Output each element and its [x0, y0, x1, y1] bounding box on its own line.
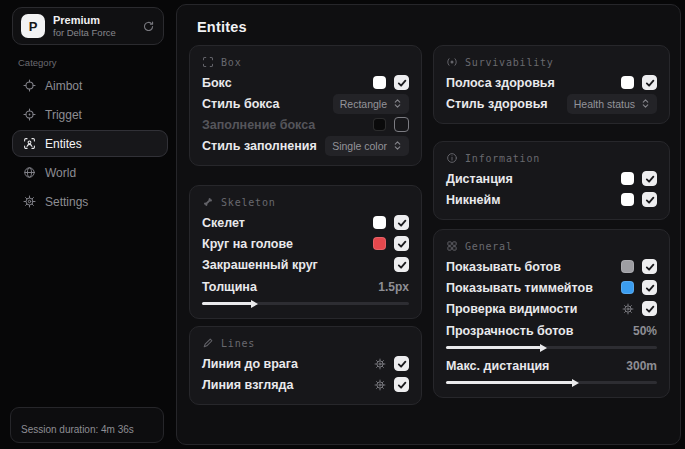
card-header: Information: [446, 152, 657, 164]
app-window: P Premium for Delta Force Category A: [0, 0, 685, 449]
card-box: Box Бокс Стиль бокса Rectangle: [189, 45, 422, 166]
color-swatch[interactable]: [621, 260, 634, 273]
setting-label: Заполнение бокса: [202, 118, 315, 132]
sidebar-item-label: Aimbot: [45, 79, 82, 93]
pencil-line-icon: [202, 337, 214, 349]
setting-label: Линия до врага: [202, 357, 298, 371]
setting-label: Показывать ботов: [446, 260, 561, 274]
card-header-label: Survivability: [465, 57, 554, 68]
checkbox[interactable]: [642, 171, 657, 186]
color-swatch[interactable]: [621, 281, 634, 294]
main-panel: Entites Box Бокс: [176, 4, 681, 445]
card-header: Skeleton: [202, 196, 409, 208]
sidebar-item-aimbot[interactable]: Aimbot: [12, 72, 168, 99]
max-distance-slider[interactable]: [446, 381, 657, 384]
sidebar-item-label: Trigget: [45, 108, 82, 122]
refresh-icon[interactable]: [142, 20, 155, 33]
card-lines: Lines Линия до врага Лини: [189, 326, 422, 405]
color-swatch[interactable]: [373, 237, 386, 250]
card-header: Box: [202, 56, 409, 68]
color-swatch[interactable]: [373, 118, 386, 131]
slider-value: 300m: [626, 359, 657, 373]
setting-row: Заполнение бокса: [202, 114, 409, 135]
brand-title: Premium: [53, 14, 116, 27]
card-header-label: Skeleton: [221, 197, 276, 208]
checkbox[interactable]: [394, 377, 409, 392]
setting-label: Прозрачность ботов: [446, 324, 573, 338]
setting-label: Стиль здоровья: [446, 97, 548, 111]
slider-value: 50%: [633, 324, 657, 338]
color-swatch[interactable]: [373, 76, 386, 89]
chevron-selector-icon: [393, 98, 402, 109]
checkbox[interactable]: [394, 215, 409, 230]
slider-thumb[interactable]: [540, 344, 547, 352]
card-header: Survivability: [446, 56, 657, 68]
fill-style-dropdown[interactable]: Single color: [325, 136, 409, 156]
thickness-slider[interactable]: [202, 302, 409, 305]
color-swatch[interactable]: [621, 193, 634, 206]
session-duration-text: Session duration: 4m 36s: [21, 424, 134, 435]
card-general: General Показывать ботов Показывать тимм…: [433, 229, 670, 398]
sidebar-item-trigget[interactable]: Trigget: [12, 101, 168, 128]
setting-label: Макс. дистанция: [446, 359, 549, 373]
setting-label: Стиль заполнения: [202, 139, 317, 153]
bone-icon: [202, 196, 214, 208]
checkbox[interactable]: [642, 301, 657, 316]
sidebar-nav: Aimbot Trigget Entites: [8, 72, 172, 215]
checkbox[interactable]: [394, 356, 409, 371]
trigger-icon: [23, 108, 36, 121]
setting-row: Бокс: [202, 72, 409, 93]
setting-row: Линия до врага: [202, 353, 409, 374]
slider-value: 1.5px: [378, 280, 409, 294]
sidebar-item-entites[interactable]: Entites: [12, 130, 168, 157]
bot-opacity-slider[interactable]: [446, 346, 657, 349]
slider-thumb[interactable]: [251, 300, 258, 308]
health-style-dropdown[interactable]: Health status: [567, 94, 657, 114]
crosshair-icon: [23, 79, 36, 92]
sidebar-item-settings[interactable]: Settings: [12, 188, 168, 215]
gear-icon[interactable]: [374, 379, 386, 391]
setting-label: Скелет: [202, 216, 245, 230]
gear-icon[interactable]: [622, 303, 634, 315]
checkbox[interactable]: [394, 75, 409, 90]
brand-logo: P: [21, 14, 45, 38]
setting-row: Скелет: [202, 212, 409, 233]
sidebar: P Premium for Delta Force Category A: [4, 4, 172, 445]
card-header-label: Information: [465, 153, 540, 164]
setting-label: Стиль бокса: [202, 97, 279, 111]
card-information: Information Дистанция Никнейм: [433, 141, 670, 220]
setting-row: Дистанция: [446, 168, 657, 189]
sidebar-item-world[interactable]: World: [12, 159, 168, 186]
grid-icon: [446, 240, 458, 252]
setting-row: Никнейм: [446, 189, 657, 210]
setting-row: Линия взгляда: [202, 374, 409, 395]
dropdown-value: Health status: [574, 98, 635, 110]
setting-row: Макс. дистанция 300m: [446, 356, 657, 384]
checkbox[interactable]: [642, 280, 657, 295]
checkbox[interactable]: [394, 257, 409, 272]
setting-label: Бокс: [202, 76, 232, 90]
setting-label: Толщина: [202, 280, 257, 294]
slider-thumb[interactable]: [572, 379, 579, 387]
checkbox[interactable]: [642, 192, 657, 207]
checkbox[interactable]: [394, 117, 409, 132]
setting-row: Показывать ботов: [446, 256, 657, 277]
checkbox[interactable]: [642, 259, 657, 274]
checkbox[interactable]: [394, 236, 409, 251]
setting-label: Никнейм: [446, 193, 500, 207]
color-swatch[interactable]: [373, 216, 386, 229]
color-swatch[interactable]: [621, 76, 634, 89]
setting-row: Полоса здоровья: [446, 72, 657, 93]
gear-icon[interactable]: [374, 358, 386, 370]
setting-row: Стиль заполнения Single color: [202, 135, 409, 156]
card-header-label: Lines: [221, 338, 255, 349]
setting-row: Проверка видимости: [446, 298, 657, 319]
setting-label: Показывать тиммейтов: [446, 281, 593, 295]
card-header-label: Box: [221, 57, 241, 68]
checkbox[interactable]: [642, 75, 657, 90]
dropdown-value: Single color: [332, 140, 387, 152]
color-swatch[interactable]: [621, 172, 634, 185]
card-header-label: General: [465, 241, 513, 252]
box-style-dropdown[interactable]: Rectangle: [333, 94, 409, 114]
dropdown-value: Rectangle: [340, 98, 387, 110]
